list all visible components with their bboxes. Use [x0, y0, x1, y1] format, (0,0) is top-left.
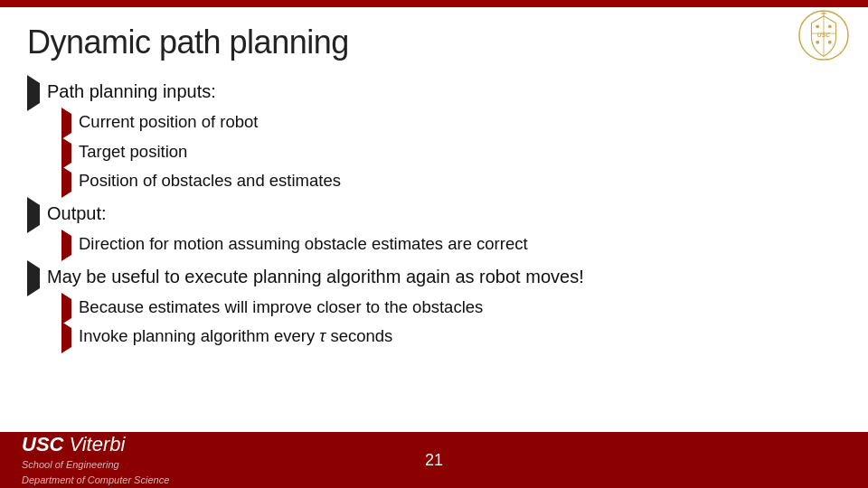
arrow-icon-l2: [61, 296, 71, 323]
list-item: Path planning inputs:: [27, 78, 841, 108]
bullet-list: Path planning inputs: Current position o…: [27, 78, 841, 352]
list-item: Because estimates will improve closer to…: [61, 295, 841, 323]
item-text: Current position of robot: [79, 109, 258, 136]
item-text: May be useful to execute planning algori…: [47, 263, 584, 291]
page-number: 21: [0, 451, 868, 470]
item-text: Because estimates will improve closer to…: [79, 295, 483, 321]
dept-name: Department of Computer Science: [22, 473, 169, 488]
arrow-icon-l2: [61, 325, 71, 352]
list-item: Invoke planning algorithm every τ second…: [61, 324, 841, 352]
svg-text:USC: USC: [817, 32, 830, 38]
list-item: Target position: [61, 139, 841, 167]
footer-bar: USC Viterbi School of Engineering Depart…: [0, 432, 868, 488]
arrow-icon-l2: [61, 233, 71, 259]
logo: USC: [797, 9, 852, 63]
arrow-icon-l1: [27, 202, 40, 230]
page-title: Dynamic path planning: [27, 23, 841, 61]
list-item: Position of obstacles and estimates: [61, 168, 841, 196]
arrow-icon-l2: [61, 111, 71, 137]
top-bar: [0, 0, 868, 7]
arrow-icon-l2: [61, 141, 71, 167]
svg-point-7: [816, 41, 819, 44]
item-text: Direction for motion assuming obstacle e…: [79, 231, 528, 258]
svg-point-8: [828, 41, 832, 44]
item-text: Target position: [79, 139, 187, 165]
list-item: May be useful to execute planning algori…: [27, 263, 841, 293]
tau-symbol: τ: [319, 326, 326, 345]
item-text: Position of obstacles and estimates: [79, 168, 341, 194]
item-text: Invoke planning algorithm every τ second…: [79, 324, 392, 350]
arrow-icon-l1: [27, 265, 40, 293]
arrow-icon-l2: [61, 170, 71, 196]
item-text: Path planning inputs:: [47, 78, 216, 106]
main-content: Dynamic path planning Path planning inpu…: [0, 7, 868, 362]
svg-point-6: [828, 24, 832, 28]
list-item: Direction for motion assuming obstacle e…: [61, 231, 841, 259]
list-item: Current position of robot: [61, 109, 841, 137]
list-item: Output:: [27, 200, 841, 230]
svg-point-5: [816, 24, 819, 28]
item-text: Output:: [47, 200, 107, 228]
arrow-icon-l1: [27, 80, 40, 108]
